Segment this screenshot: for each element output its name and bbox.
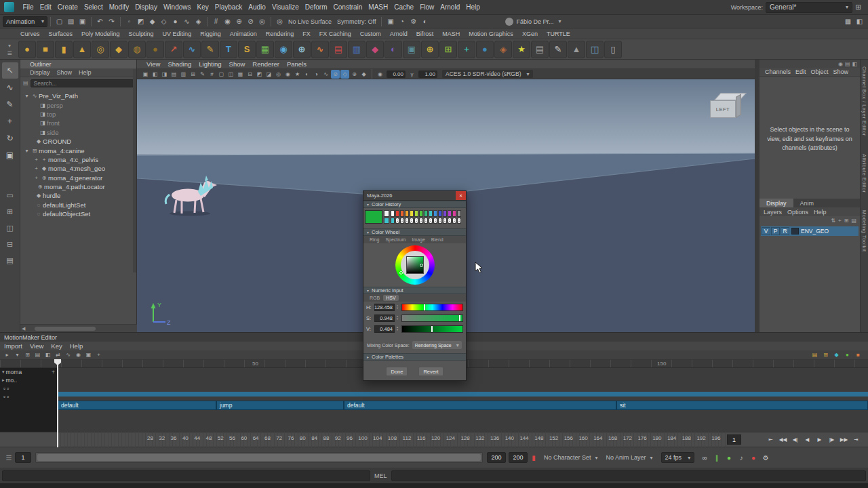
shadows-icon[interactable]: ◐ <box>302 70 311 79</box>
exposure-icon[interactable]: ◉ <box>376 70 384 79</box>
mm-grid-icon[interactable]: ⊞ <box>821 351 830 359</box>
shelf-tab[interactable]: Curves <box>20 30 40 37</box>
persp-outliner-layout[interactable]: ◫ <box>3 222 17 233</box>
hue-marker[interactable] <box>399 271 403 274</box>
bezier-curve-icon[interactable]: ∿ <box>183 41 201 58</box>
shelf-tab[interactable]: FX Caching <box>319 30 351 37</box>
history-swatch[interactable] <box>419 210 423 217</box>
ghosting-icon[interactable]: ◐ <box>384 41 402 58</box>
mm-play-state-icon[interactable]: ● <box>843 351 852 359</box>
layer-editor-menu-item[interactable]: Layers <box>764 209 782 216</box>
isolate-select-icon[interactable]: ⊘ <box>331 70 340 79</box>
history-swatch[interactable] <box>400 210 404 217</box>
channel-slider[interactable] <box>401 325 463 333</box>
wheel-mode-tab[interactable]: Blend <box>429 237 446 243</box>
play-backwards-button[interactable]: ◀ <box>802 434 813 445</box>
layer-name[interactable]: ENV_GEO <box>801 228 829 235</box>
mm-trim-icon[interactable]: ◧ <box>43 351 52 359</box>
constraint-icon[interactable]: ⊕ <box>421 41 439 58</box>
view-cube-front-face[interactable]: LEFT <box>710 100 736 118</box>
expand-arrow-icon[interactable]: + <box>33 175 40 181</box>
bookmarks-icon[interactable]: ▤ <box>170 70 178 79</box>
color-wheel-header[interactable]: ▾ Color Wheel <box>363 228 466 236</box>
channel-value-field[interactable]: 0.948 <box>374 314 395 322</box>
outliner-item[interactable]: ◆ GROUND <box>20 137 136 146</box>
pan-zoom-icon[interactable]: ⊞ <box>189 70 197 79</box>
image-plane-icon[interactable]: ▥ <box>179 70 188 79</box>
tab-anim[interactable]: Anim <box>793 199 821 207</box>
outliner-v-scrollbar[interactable] <box>133 69 136 272</box>
history-swatch[interactable] <box>433 210 437 217</box>
save-scene-icon[interactable]: ▣ <box>77 16 88 27</box>
make-live-icon[interactable]: ◎ <box>256 16 268 27</box>
outliner-item[interactable]: ◨ persp <box>20 100 136 109</box>
command-language-label[interactable]: MEL <box>374 472 387 479</box>
shelf-tab[interactable]: MASH <box>442 30 460 37</box>
shelf-tab[interactable]: Poly Modeling <box>81 30 120 37</box>
graph-editor-icon[interactable]: ▤ <box>330 41 347 58</box>
outliner-item[interactable]: ◆ hurdle <box>20 191 136 200</box>
fps-dropdown[interactable]: 24 fps ▾ <box>661 452 695 463</box>
svg-tool-icon[interactable]: S <box>238 41 256 58</box>
poly-disc-icon[interactable]: ◍ <box>128 41 146 58</box>
tab-display[interactable]: Display <box>760 199 793 207</box>
layer-editor-menu-item[interactable]: Help <box>814 209 827 216</box>
shelf-tab[interactable]: UV Editing <box>163 30 192 37</box>
anim-layer-dropdown[interactable]: No Anim Layer ▾ <box>606 454 653 461</box>
lock-camera-icon[interactable]: ◧ <box>151 70 159 79</box>
history-swatch[interactable] <box>414 210 418 217</box>
undo-icon[interactable]: ↶ <box>94 16 106 27</box>
menubar-item[interactable]: Arnold <box>437 3 463 11</box>
stepper[interactable]: ▲▼ <box>396 326 400 331</box>
history-swatch[interactable] <box>424 218 428 224</box>
history-swatch[interactable] <box>457 210 461 217</box>
menubar-item[interactable]: Select <box>81 3 106 11</box>
select-object-icon[interactable]: ◩ <box>135 16 146 27</box>
paint-select-tool[interactable]: ✎ <box>2 96 18 113</box>
wheel-mode-tab[interactable]: Ring <box>367 237 382 243</box>
create-layer-from-selected-icon[interactable]: ⊞ <box>844 218 849 224</box>
channel-slider[interactable] <box>401 314 463 322</box>
editor-layout[interactable]: ▤ <box>3 255 17 266</box>
outliner-item[interactable]: + + moma_4:c_pelvis <box>20 155 136 164</box>
mm-key-icon[interactable]: ◉ <box>74 351 83 359</box>
motion-trail-icon[interactable]: ∿ <box>311 41 329 58</box>
grease-pencil-icon[interactable]: ✎ <box>549 41 567 58</box>
history-swatch[interactable] <box>410 210 414 217</box>
mm-snap-icon[interactable]: ▣ <box>84 351 93 359</box>
film-gate-icon[interactable]: ▢ <box>217 70 226 79</box>
mm-tree-item[interactable]: ▫ ▫ <box>0 392 57 401</box>
playback-range-slider[interactable] <box>35 452 483 463</box>
auto-key-icon[interactable]: ● <box>748 452 759 463</box>
outliner-item[interactable]: ◌ defaultObjectSet <box>20 209 136 218</box>
ik-handle-icon[interactable]: + <box>458 41 475 58</box>
outliner-menu-item[interactable]: Show <box>57 69 73 76</box>
sidebar-toggle-icon[interactable]: ◧ <box>854 16 865 27</box>
color-history-header[interactable]: ▾ Color History <box>363 201 466 208</box>
snap-curve-icon[interactable]: ◉ <box>222 16 233 27</box>
viewport-menu-item[interactable]: Panels <box>287 60 307 68</box>
history-swatch[interactable] <box>452 210 456 217</box>
wheel-mode-tab[interactable]: Spectrum <box>382 237 408 243</box>
menubar-item[interactable]: Audio <box>245 3 269 11</box>
redo-icon[interactable]: ↷ <box>106 16 117 27</box>
motion-clip[interactable]: default <box>58 401 216 410</box>
motion-clip[interactable]: default <box>344 401 616 410</box>
anim-layer-icon[interactable]: ▤ <box>531 41 549 58</box>
history-swatch[interactable] <box>452 218 456 224</box>
bookmark-shelf-icon[interactable]: ▯ <box>604 41 622 58</box>
nurbs-sphere-icon[interactable]: ● <box>146 41 164 58</box>
motionmaker-menu-item[interactable]: View <box>30 342 43 350</box>
stepper[interactable]: ▲▼ <box>396 315 400 321</box>
motion-clip[interactable]: jump <box>216 401 344 410</box>
lattice-icon[interactable]: ▦ <box>256 41 274 58</box>
camera-attributes-icon[interactable]: ◨ <box>160 70 169 79</box>
history-swatch[interactable] <box>405 210 409 217</box>
pin-panel-icon[interactable]: ◉ <box>838 61 843 67</box>
menubar-item[interactable]: MASH <box>366 3 391 11</box>
history-swatch[interactable] <box>391 218 395 224</box>
mask-handles-icon[interactable]: ◇ <box>158 16 170 27</box>
sculpt-tool-icon[interactable]: ▲ <box>568 41 585 58</box>
history-swatch[interactable] <box>443 218 447 224</box>
grip-icon[interactable]: ☰ <box>3 452 14 463</box>
